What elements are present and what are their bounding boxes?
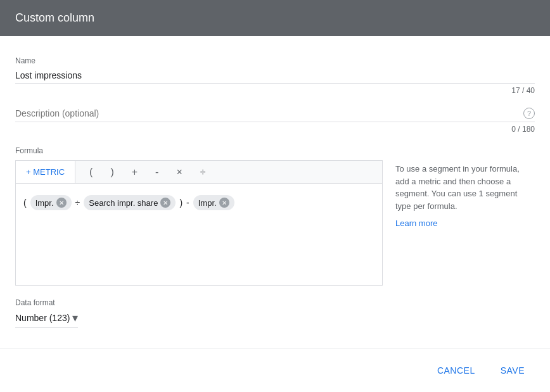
dialog-content: Name 17 / 40 ? 0 / 180 Formula + METRIC …: [0, 36, 550, 341]
formula-expression: ( Impr. ✕ ÷ Search impr. share ✕ ) - Imp…: [16, 184, 382, 222]
search-impr-share-close[interactable]: ✕: [160, 198, 170, 208]
name-char-count: 17 / 40: [15, 86, 535, 95]
dialog-header: Custom column: [0, 0, 550, 36]
impr-chip-2-close[interactable]: ✕: [219, 198, 229, 208]
add-metric-label: + METRIC: [26, 167, 65, 177]
dialog-title: Custom column: [15, 11, 94, 24]
data-format-label: Data format: [15, 298, 535, 307]
description-row: ?: [15, 105, 535, 122]
formula-area-extra: [16, 222, 382, 285]
name-field-section: Name 17 / 40: [15, 49, 535, 95]
expr-paren-close: ): [179, 198, 182, 208]
description-char-count: 0 / 180: [15, 125, 535, 134]
impr-chip-2[interactable]: Impr. ✕: [193, 195, 234, 210]
formula-section: + METRIC ( ) + - × ÷ ( Impr. ✕ ÷: [15, 160, 535, 286]
search-impr-share-chip[interactable]: Search impr. share ✕: [84, 195, 176, 210]
cancel-button[interactable]: CANCEL: [427, 359, 485, 382]
add-metric-button[interactable]: + METRIC: [16, 161, 75, 183]
data-format-section: Data format Number (123) ▾: [15, 298, 535, 328]
formula-hint-text: To use a segment in your formula, add a …: [395, 164, 520, 211]
name-input[interactable]: [15, 68, 535, 84]
impr-chip-1-close[interactable]: ✕: [56, 198, 67, 208]
formula-label: Formula: [15, 146, 535, 155]
formula-toolbar: + METRIC ( ) + - × ÷: [16, 161, 382, 184]
multiply-button[interactable]: ×: [167, 161, 191, 183]
learn-more-link[interactable]: Learn more: [395, 217, 535, 230]
search-impr-share-label: Search impr. share: [89, 198, 158, 208]
data-format-value: Number (123): [15, 313, 70, 323]
impr-chip-1[interactable]: Impr. ✕: [30, 195, 72, 210]
formula-ops: ( ) + - × ÷: [75, 161, 219, 183]
description-input[interactable]: [15, 108, 523, 118]
minus-button[interactable]: -: [146, 161, 167, 183]
impr-chip-1-label: Impr.: [35, 198, 54, 208]
paren-close-button[interactable]: ): [101, 161, 122, 183]
expr-paren-open: (: [23, 198, 27, 208]
save-button[interactable]: SAVE: [490, 359, 535, 382]
paren-open-button[interactable]: (: [80, 161, 101, 183]
formula-hint-section: To use a segment in your formula, add a …: [395, 160, 535, 230]
dialog-footer: CANCEL SAVE: [0, 348, 550, 392]
dropdown-arrow-icon: ▾: [72, 311, 78, 325]
name-label: Name: [15, 56, 535, 65]
description-field-section: ? 0 / 180: [15, 95, 535, 134]
plus-button[interactable]: +: [123, 161, 146, 183]
data-format-select[interactable]: Number (123) ▾: [15, 311, 78, 328]
expr-minus: -: [186, 198, 189, 208]
expr-divide: ÷: [75, 198, 80, 208]
description-help-icon[interactable]: ?: [523, 108, 535, 119]
divide-button[interactable]: ÷: [191, 161, 215, 183]
formula-box: + METRIC ( ) + - × ÷ ( Impr. ✕ ÷: [15, 160, 383, 286]
impr-chip-2-label: Impr.: [198, 198, 217, 208]
